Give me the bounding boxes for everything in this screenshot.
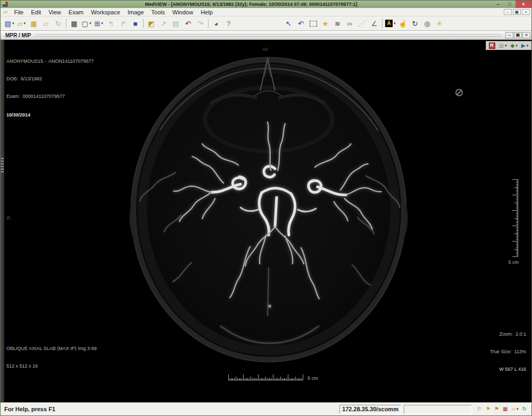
layout-preset-button-dropdown[interactable]: ▾ bbox=[505, 44, 507, 48]
left-panel-splitter[interactable] bbox=[1, 40, 4, 402]
window-title: MedVIEW - [ANONYMOUS15; 6/13/1982 (32y);… bbox=[10, 2, 492, 7]
stamp-button-icon: ▤ bbox=[172, 20, 179, 27]
maximize-button[interactable]: □ bbox=[504, 1, 516, 8]
vertical-scale-label: 5 cm bbox=[508, 260, 519, 265]
sync-exam-button: ↻ bbox=[53, 18, 64, 29]
menu-file[interactable]: File bbox=[10, 8, 27, 16]
child-window-title: MPR / MIP bbox=[5, 32, 31, 38]
mdi-minimize-button[interactable]: – bbox=[504, 9, 512, 15]
annotation-add-button[interactable]: ★ bbox=[320, 18, 331, 29]
horizontal-scale: 5 cm bbox=[228, 372, 318, 381]
magnify-region-button[interactable]: ✳ bbox=[434, 18, 445, 29]
window-layout-button-dropdown[interactable]: ▾ bbox=[89, 21, 92, 26]
window-level-button[interactable]: ◩ bbox=[146, 18, 157, 29]
open-patient-button[interactable]: ▱▾ bbox=[16, 18, 27, 29]
series-grid-button-dropdown[interactable]: ▾ bbox=[101, 21, 103, 26]
child-window-controls: – ▣ × bbox=[505, 32, 531, 38]
prior-step-button: ↰ bbox=[105, 18, 117, 29]
minimize-button[interactable]: – bbox=[492, 1, 504, 8]
link-series-button[interactable]: ∞ bbox=[344, 18, 355, 29]
worklist-button[interactable]: ▤▾ bbox=[4, 18, 15, 29]
context-help-button[interactable]: ? bbox=[223, 18, 234, 29]
text-overlay-button[interactable]: A▾ bbox=[385, 18, 396, 29]
menubar: ▱ File Edit View Exam Workspace Image To… bbox=[1, 8, 531, 16]
monitor-layout-button[interactable]: ▦ bbox=[69, 18, 80, 29]
text-overlay-button-dropdown[interactable]: ▾ bbox=[394, 21, 396, 26]
select-tool-button-icon: ↖ bbox=[286, 20, 292, 27]
medview-window: MedVIEW - [ANONYMOUS15; 6/13/1982 (32y);… bbox=[0, 0, 532, 416]
statusbar: For Help, press F1 172.28.35.30/scomm ⚐⚑… bbox=[1, 402, 531, 415]
refresh-status-icon[interactable]: ↻ bbox=[521, 405, 528, 413]
dicom-status-icon[interactable]: ▦ bbox=[502, 405, 509, 413]
child-minimize-button[interactable]: – bbox=[505, 32, 513, 38]
save-exam-button[interactable]: ▦ bbox=[28, 18, 39, 29]
menu-help[interactable]: Help bbox=[197, 8, 217, 16]
server-connection-panel: 172.28.35.30/scomm bbox=[339, 405, 401, 414]
analysis-report-button[interactable]: ◕ bbox=[211, 18, 222, 29]
note-status-icon[interactable]: ⚑ bbox=[485, 405, 492, 413]
titlebar: MedVIEW - [ANONYMOUS15; 6/13/1982 (32y);… bbox=[1, 1, 531, 8]
pan-tool-button[interactable]: ☝ bbox=[397, 18, 409, 29]
memo-status-icon[interactable]: ⚐ bbox=[476, 405, 483, 413]
zoom-tool-button[interactable]: ◎ bbox=[422, 18, 433, 29]
mdi-restore-button[interactable]: ▣ bbox=[513, 9, 521, 15]
reset-view-button[interactable]: ↶ bbox=[295, 18, 306, 29]
open-patient-button-dropdown[interactable]: ▾ bbox=[24, 21, 26, 26]
menu-window[interactable]: Window bbox=[169, 8, 197, 16]
child-window-caption: MPR / MIP – ▣ × bbox=[1, 31, 531, 40]
splitter-grip-icon bbox=[1, 158, 4, 173]
folder-status-icon[interactable]: ▱▾ bbox=[510, 405, 519, 413]
measure-angle-button-icon: ∠ bbox=[371, 20, 378, 27]
patient-dob: DOB: 6/13/1982 bbox=[6, 76, 94, 82]
folder-status-icon-dropdown[interactable]: ▾ bbox=[517, 407, 519, 411]
marquee-tool-button[interactable] bbox=[307, 18, 319, 29]
status-icons: ⚐⚑⚑▦▱▾↻ bbox=[475, 405, 529, 413]
child-close-button[interactable]: × bbox=[522, 32, 530, 38]
volume-view-button[interactable]: ■ bbox=[130, 18, 141, 29]
status-empty-panel bbox=[404, 405, 472, 414]
series-grid-button[interactable]: ⊞▾ bbox=[93, 18, 104, 29]
reset-view-button-icon: ↶ bbox=[298, 20, 304, 27]
render-preset-button-dropdown[interactable]: ▾ bbox=[516, 44, 518, 48]
undo-button[interactable]: ↶ bbox=[182, 18, 194, 29]
child-restore-button[interactable]: ▣ bbox=[514, 32, 522, 38]
menu-edit[interactable]: Edit bbox=[27, 8, 45, 16]
layout-preset-button[interactable]: ▤▾ bbox=[498, 42, 508, 49]
link-series-button-icon: ∞ bbox=[347, 20, 352, 27]
flag-status-icon-icon: ⚑ bbox=[494, 406, 499, 412]
caption-grip bbox=[35, 33, 501, 38]
open-exam-button[interactable]: ▱ bbox=[40, 18, 52, 29]
memo-status-icon-icon: ⚐ bbox=[477, 406, 482, 412]
window-level-value: W 567 L 416 bbox=[490, 367, 526, 372]
reference-overlay-button[interactable]: R bbox=[488, 42, 496, 49]
toolbar-separator bbox=[382, 19, 383, 28]
render-preset-button[interactable]: ◆▾ bbox=[510, 42, 519, 49]
viewport-mini-toolbar: R▤▾◆▾▶▾ bbox=[486, 41, 531, 50]
menu-tools[interactable]: Tools bbox=[147, 8, 169, 16]
series-description: OBLIQUE AXIAL SLAB (MAX IP) Img 3-99 bbox=[6, 346, 97, 352]
mdi-close-button[interactable]: × bbox=[522, 9, 530, 15]
menu-workspace[interactable]: Workspace bbox=[87, 8, 124, 16]
arrow-annotation-button-icon: ↗ bbox=[161, 20, 167, 27]
vertical-ruler-icon bbox=[510, 179, 519, 258]
menu-exam[interactable]: Exam bbox=[65, 8, 87, 16]
menu-view[interactable]: View bbox=[45, 8, 65, 16]
orientation-label-top: AF bbox=[262, 47, 269, 53]
select-tool-button[interactable]: ↖ bbox=[283, 18, 294, 29]
analysis-report-button-icon: ◕ bbox=[214, 20, 219, 27]
menu-image[interactable]: Image bbox=[124, 8, 148, 16]
cine-button-dropdown[interactable]: ▾ bbox=[526, 44, 528, 48]
measure-length-button[interactable]: ⋰ bbox=[356, 18, 368, 29]
stack-scroll-button[interactable]: ≋ bbox=[332, 18, 343, 29]
worklist-button-dropdown[interactable]: ▾ bbox=[12, 21, 14, 26]
sync-exam-button-icon: ↻ bbox=[55, 20, 61, 27]
rotate-tool-button-icon: ↻ bbox=[412, 20, 418, 27]
close-button[interactable]: × bbox=[516, 1, 531, 8]
window-layout-button[interactable]: ▢▾ bbox=[81, 18, 92, 29]
patient-exam-id: Exam: 0000141107079577 bbox=[6, 94, 94, 99]
cine-button[interactable]: ▶▾ bbox=[520, 42, 529, 49]
flag-status-icon[interactable]: ⚑ bbox=[493, 405, 500, 413]
measure-angle-button[interactable]: ∠ bbox=[369, 18, 380, 29]
image-viewport[interactable]: ANONYMOUS15 - ANON141107079577 DOB: 6/13… bbox=[1, 40, 531, 402]
rotate-tool-button[interactable]: ↻ bbox=[410, 18, 421, 29]
